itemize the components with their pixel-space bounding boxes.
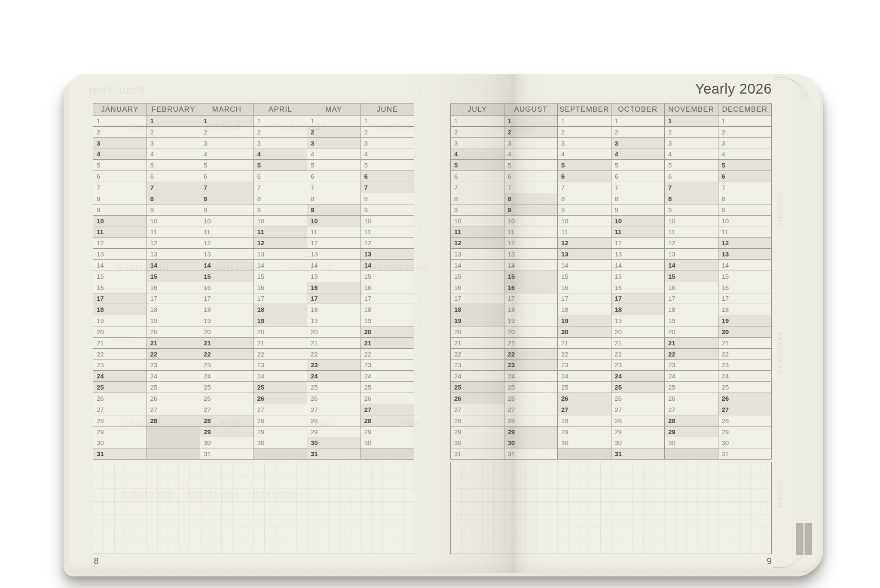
day-cell: 5 [147,160,200,171]
day-cell: 31 [93,448,147,459]
ghost-bleed-title: Four Year [88,83,144,97]
day-cell: 10 [558,216,611,226]
day-cell: 27 [504,404,558,415]
day-cell: 22 [558,349,611,360]
day-cell: 7 [665,182,718,193]
day-cell: 17 [307,293,361,304]
month-column-april: APRIL12345678910111213141516171819202122… [254,104,307,459]
month-column-december: DECEMBER12345678910111213141516171819202… [718,104,772,459]
day-cell: 13 [361,249,414,259]
day-cell: 29 [558,427,611,437]
day-cell: 9 [254,204,307,215]
day-cell: 17 [451,293,504,304]
day-cell: 20 [718,326,772,337]
day-cell: 28 [93,415,147,426]
day-cell: 13 [254,249,307,259]
page-title: Yearly 2026 [695,81,772,97]
day-cell: 24 [451,371,504,381]
day-cell: 4 [93,149,147,160]
day-cell: 2 [611,127,665,137]
day-cell: 9 [147,204,200,215]
day-cell: 13 [611,249,665,259]
day-cell: 17 [147,293,200,304]
day-cell: 27 [611,404,665,415]
day-cell: 21 [504,338,558,348]
day-cell: 21 [147,338,200,348]
day-cell: 6 [93,171,147,182]
edge-tab-ghost-march: MARCH [776,480,783,508]
month-header: JUNE [361,104,414,115]
stacked-corner-arc [773,79,809,105]
day-cell: 19 [611,315,665,326]
day-cell: 19 [451,315,504,326]
day-cell: 26 [93,393,147,404]
day-cell: 7 [718,182,772,193]
day-cell: 7 [611,182,665,193]
day-cell: 24 [147,371,200,381]
dot-grid-pattern [451,462,771,554]
day-cell: 22 [611,349,665,360]
day-cell: 15 [254,271,307,282]
day-cell: 20 [361,326,414,337]
day-cell: 13 [307,249,361,259]
day-cell: 14 [665,260,718,271]
month-header: MARCH [200,104,254,115]
day-cell: 22 [504,349,558,360]
day-cell: 4 [504,149,558,160]
day-cell: 21 [451,338,504,348]
day-cell: 1 [451,116,504,126]
day-cell: 10 [504,216,558,226]
day-cell: 15 [147,271,200,282]
day-cell: 8 [504,193,558,204]
day-cell: 28 [307,415,361,426]
day-cell: 23 [451,360,504,371]
day-cell: 24 [611,371,665,381]
day-cell: 1 [718,116,772,126]
day-cell: 22 [665,349,718,360]
dot-grid-notes-area-right [450,462,772,554]
day-cell: 21 [718,338,772,348]
day-cell: 4 [611,149,665,160]
day-cell: 19 [254,315,307,326]
day-cell: 6 [361,171,414,182]
day-cell: 9 [665,204,718,215]
day-cell: 1 [558,116,611,126]
day-cell: 3 [254,138,307,149]
day-cell: 7 [558,182,611,193]
day-cell: 26 [307,393,361,404]
day-cell: 11 [451,226,504,237]
day-cell: 5 [611,160,665,171]
planner-photo: Four Year APRILMARCHFEBRUARYJANUARYDECEM… [0,0,880,588]
page-number-right: 9 [761,556,772,566]
month-header: JULY [451,104,504,115]
day-cell: 27 [93,404,147,415]
day-cell: 11 [611,226,665,237]
day-cell: 9 [611,204,665,215]
day-cell: 21 [611,338,665,348]
day-cell: 20 [307,326,361,337]
month-column-march: MARCH12345678910111213141516171819202122… [200,104,254,459]
day-cell: 29 [451,427,504,437]
day-cell: 4 [451,149,504,160]
day-cell: 25 [611,382,665,393]
day-cell: 3 [200,138,254,149]
day-cell: 28 [665,415,718,426]
day-cell: 3 [307,138,361,149]
day-cell: 3 [718,138,772,149]
dot-grid-pattern [93,462,414,554]
day-cell: 2 [200,127,254,137]
day-cell: 22 [147,349,200,360]
day-cell: 9 [504,204,558,215]
day-cell: 12 [611,238,665,248]
day-cell: 9 [93,204,147,215]
day-cell: 4 [718,149,772,160]
day-cell: 12 [200,238,254,248]
day-cell: 6 [254,171,307,182]
day-cell: 20 [665,326,718,337]
day-cell: 5 [558,160,611,171]
day-cell: 19 [665,315,718,326]
day-cell: 26 [665,393,718,404]
day-cell: 10 [361,216,414,226]
day-cell: 1 [147,116,200,126]
day-cell: 8 [361,193,414,204]
